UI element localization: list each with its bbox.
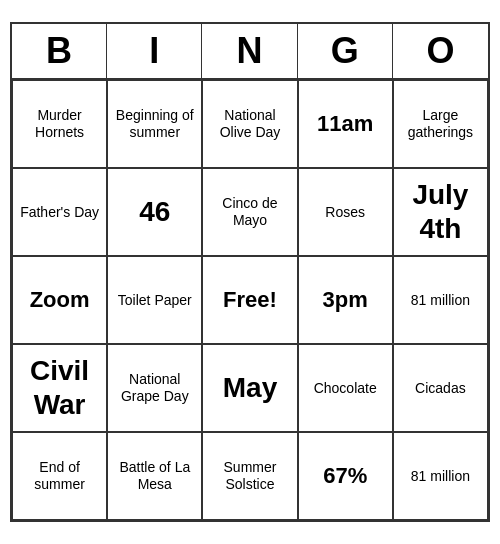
bingo-cell: Summer Solstice (202, 432, 297, 520)
bingo-cell: National Olive Day (202, 80, 297, 168)
bingo-cell: Battle of La Mesa (107, 432, 202, 520)
header-letter: G (298, 24, 393, 78)
bingo-cell: Civil War (12, 344, 107, 432)
bingo-cell: 3pm (298, 256, 393, 344)
header-letter: O (393, 24, 488, 78)
bingo-cell: Zoom (12, 256, 107, 344)
bingo-cell: National Grape Day (107, 344, 202, 432)
bingo-cell: Large gatherings (393, 80, 488, 168)
bingo-cell: Cinco de Mayo (202, 168, 297, 256)
bingo-cell: Beginning of summer (107, 80, 202, 168)
bingo-cell: 67% (298, 432, 393, 520)
bingo-cell: Murder Hornets (12, 80, 107, 168)
bingo-cell: July 4th (393, 168, 488, 256)
bingo-cell: End of summer (12, 432, 107, 520)
bingo-cell: 81 million (393, 256, 488, 344)
bingo-cell: Toilet Paper (107, 256, 202, 344)
header-letter: N (202, 24, 297, 78)
bingo-cell: 81 million (393, 432, 488, 520)
bingo-cell: Roses (298, 168, 393, 256)
bingo-cell: Chocolate (298, 344, 393, 432)
bingo-card: BINGO Murder HornetsBeginning of summerN… (10, 22, 490, 522)
bingo-header: BINGO (12, 24, 488, 80)
bingo-cell: Cicadas (393, 344, 488, 432)
bingo-cell: 11am (298, 80, 393, 168)
bingo-cell: 46 (107, 168, 202, 256)
bingo-cell: Free! (202, 256, 297, 344)
header-letter: I (107, 24, 202, 78)
bingo-cell: May (202, 344, 297, 432)
header-letter: B (12, 24, 107, 78)
bingo-grid: Murder HornetsBeginning of summerNationa… (12, 80, 488, 520)
bingo-cell: Father's Day (12, 168, 107, 256)
